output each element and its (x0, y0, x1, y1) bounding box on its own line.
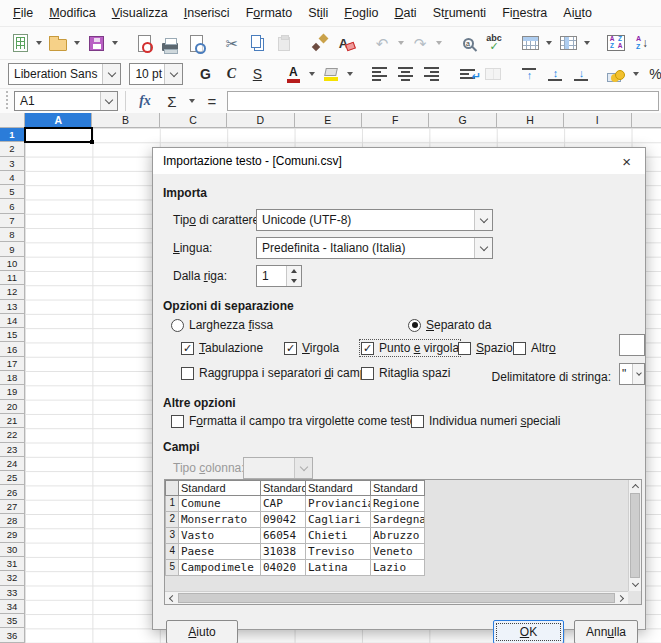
other-checkbox[interactable]: Altro (513, 341, 556, 355)
format-percent-button[interactable]: % (643, 61, 661, 87)
cut-button[interactable]: ✂ (220, 30, 244, 56)
menu-data[interactable]: Dati (386, 2, 424, 24)
print-button[interactable] (158, 30, 182, 56)
cancel-button[interactable]: Annulla (574, 620, 638, 643)
separated-by-label[interactable]: Separato da (426, 318, 491, 332)
detect-special-numbers-label[interactable]: Individua numeri speciali (429, 414, 560, 428)
row-header[interactable]: 24 (0, 457, 24, 471)
insert-column-button[interactable] (556, 30, 580, 56)
preview-column-header[interactable]: Standard (306, 480, 371, 496)
function-wizard-button[interactable]: fx (133, 88, 157, 114)
open-button[interactable] (46, 30, 70, 56)
column-header[interactable]: G (429, 113, 496, 127)
ok-button[interactable]: OK (493, 620, 564, 643)
trim-spaces-label[interactable]: Ritaglia spazi (379, 366, 450, 380)
row-header[interactable]: 25 (0, 471, 24, 485)
row-header[interactable]: 15 (0, 328, 24, 342)
tab-label[interactable]: Tabulazione (199, 341, 263, 355)
charset-dropdown-button[interactable] (474, 210, 492, 230)
column-header[interactable]: F (362, 113, 429, 127)
checkbox-unchecked-icon[interactable] (513, 342, 526, 355)
highlight-color-button[interactable] (319, 61, 343, 87)
align-left-button[interactable] (367, 61, 391, 87)
semicolon-checkbox[interactable]: ✓ Punto e virgola (361, 341, 459, 355)
checkbox-unchecked-icon[interactable] (411, 415, 424, 428)
vertical-scroll-thumb[interactable] (630, 493, 640, 578)
preview-vertical-scrollbar[interactable] (628, 480, 641, 591)
preview-table[interactable]: Standard Standard Standard Standard 1 Co… (165, 480, 425, 576)
language-combobox[interactable]: Predefinita - Italiano (Italia) (256, 237, 493, 259)
space-checkbox[interactable]: Spazio (458, 341, 513, 355)
autosum-button[interactable]: Σ (160, 88, 184, 114)
select-all-corner[interactable] (0, 113, 25, 128)
paste-button[interactable] (272, 30, 296, 56)
row-header[interactable]: 26 (0, 485, 24, 499)
row-header[interactable]: 19 (0, 385, 24, 399)
row-header[interactable]: 23 (0, 443, 24, 457)
column-header[interactable]: B (92, 113, 159, 127)
row-header[interactable]: 5 (0, 185, 24, 199)
menu-window[interactable]: Finestra (494, 2, 555, 24)
row-header[interactable]: 33 (0, 586, 24, 600)
string-delimiter-dropdown-button[interactable] (632, 364, 644, 384)
font-name-combobox[interactable]: Liberation Sans (8, 63, 121, 85)
font-color-dropdown-arrow[interactable] (309, 72, 315, 76)
row-header[interactable]: 21 (0, 414, 24, 428)
column-type-dropdown-button[interactable] (294, 458, 312, 478)
align-center-button[interactable] (393, 61, 417, 87)
wrap-text-button[interactable]: ↵ (455, 61, 479, 87)
sort-ascending-button[interactable]: AZ ↓ (630, 30, 654, 56)
name-box[interactable]: A1 (14, 91, 118, 111)
center-vertically-button[interactable]: ↕ (543, 61, 567, 87)
row-header[interactable]: 6 (0, 199, 24, 213)
column-header[interactable]: I (564, 113, 631, 127)
font-size-dropdown-button[interactable] (164, 64, 182, 84)
preview-column-header[interactable]: Standard (261, 480, 306, 496)
preview-column-header[interactable]: Standard (371, 480, 425, 496)
sort-descending-button[interactable]: ZA (656, 30, 661, 56)
clone-formatting-button[interactable] (308, 30, 332, 56)
checkbox-unchecked-icon[interactable] (361, 367, 374, 380)
column-header[interactable]: H (497, 113, 564, 127)
row-header[interactable]: 30 (0, 543, 24, 557)
name-box-dropdown-button[interactable] (100, 92, 117, 110)
bold-button[interactable]: G (193, 61, 217, 87)
currency-dropdown-arrow[interactable] (633, 72, 639, 76)
row-header[interactable]: 2 (0, 142, 24, 156)
string-delimiter-combobox[interactable]: " (619, 363, 645, 385)
format-currency-button[interactable] (605, 61, 629, 87)
from-row-spinner[interactable]: 1 (256, 265, 302, 287)
menu-insert[interactable]: Inserisci (176, 2, 238, 24)
row-header[interactable]: 7 (0, 214, 24, 228)
open-dropdown-arrow[interactable] (74, 41, 80, 45)
menu-help[interactable]: Aiuto (555, 2, 600, 24)
column-header[interactable]: E (295, 113, 362, 127)
quoted-field-as-text-checkbox[interactable]: Formatta il campo tra virgolette come te… (171, 414, 416, 428)
row-header[interactable]: 34 (0, 600, 24, 614)
horizontal-scroll-thumb[interactable] (178, 593, 615, 603)
row-header[interactable]: 8 (0, 228, 24, 242)
save-button[interactable] (84, 30, 108, 56)
font-color-button[interactable]: A (281, 61, 305, 87)
other-separator-input[interactable] (619, 334, 645, 356)
dialog-title-bar[interactable]: Importazione testo - [Comuni.csv] × (153, 148, 645, 174)
new-dropdown-arrow[interactable] (36, 41, 42, 45)
insert-row-button[interactable] (518, 30, 542, 56)
row-header[interactable]: 28 (0, 514, 24, 528)
row-dropdown-arrow[interactable] (546, 41, 552, 45)
scroll-down-button[interactable] (629, 578, 642, 591)
column-header-selected[interactable]: A (25, 113, 92, 127)
column-type-combobox[interactable] (243, 457, 313, 479)
checkbox-unchecked-icon[interactable] (171, 415, 184, 428)
menu-tools[interactable]: Strumenti (425, 2, 495, 24)
row-header[interactable]: 4 (0, 171, 24, 185)
merge-cells-button[interactable] (481, 61, 505, 87)
row-header[interactable]: 9 (0, 242, 24, 256)
column-header[interactable] (632, 113, 661, 127)
row-header[interactable]: 31 (0, 557, 24, 571)
menu-styles[interactable]: Stili (300, 2, 336, 24)
menu-sheet[interactable]: Foglio (336, 2, 386, 24)
row-header[interactable]: 17 (0, 357, 24, 371)
scroll-up-button[interactable] (629, 480, 642, 493)
toolbar-grip[interactable] (4, 91, 9, 111)
